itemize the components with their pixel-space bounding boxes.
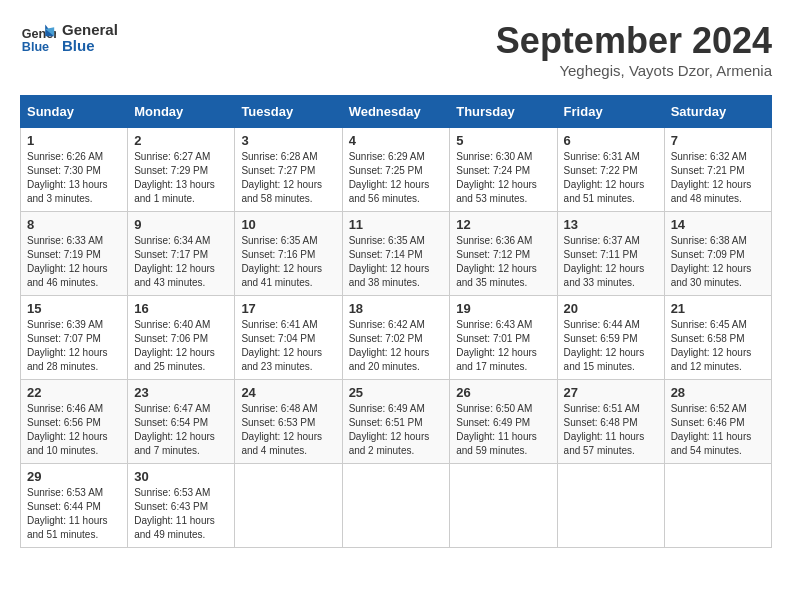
day-info: Sunrise: 6:51 AM Sunset: 6:48 PM Dayligh… bbox=[564, 402, 658, 458]
day-number: 21 bbox=[671, 301, 765, 316]
day-info: Sunrise: 6:47 AM Sunset: 6:54 PM Dayligh… bbox=[134, 402, 228, 458]
calendar-cell: 29Sunrise: 6:53 AM Sunset: 6:44 PM Dayli… bbox=[21, 464, 128, 548]
weekday-header: Monday bbox=[128, 96, 235, 128]
day-info: Sunrise: 6:32 AM Sunset: 7:21 PM Dayligh… bbox=[671, 150, 765, 206]
calendar-cell: 23Sunrise: 6:47 AM Sunset: 6:54 PM Dayli… bbox=[128, 380, 235, 464]
day-info: Sunrise: 6:35 AM Sunset: 7:14 PM Dayligh… bbox=[349, 234, 444, 290]
day-info: Sunrise: 6:28 AM Sunset: 7:27 PM Dayligh… bbox=[241, 150, 335, 206]
day-info: Sunrise: 6:48 AM Sunset: 6:53 PM Dayligh… bbox=[241, 402, 335, 458]
calendar-cell: 25Sunrise: 6:49 AM Sunset: 6:51 PM Dayli… bbox=[342, 380, 450, 464]
calendar-cell bbox=[450, 464, 557, 548]
calendar-cell: 11Sunrise: 6:35 AM Sunset: 7:14 PM Dayli… bbox=[342, 212, 450, 296]
calendar-body: 1Sunrise: 6:26 AM Sunset: 7:30 PM Daylig… bbox=[21, 128, 772, 548]
calendar-cell: 3Sunrise: 6:28 AM Sunset: 7:27 PM Daylig… bbox=[235, 128, 342, 212]
calendar-cell: 7Sunrise: 6:32 AM Sunset: 7:21 PM Daylig… bbox=[664, 128, 771, 212]
day-number: 20 bbox=[564, 301, 658, 316]
calendar-week-row: 29Sunrise: 6:53 AM Sunset: 6:44 PM Dayli… bbox=[21, 464, 772, 548]
day-number: 5 bbox=[456, 133, 550, 148]
weekday-header: Wednesday bbox=[342, 96, 450, 128]
calendar-cell: 24Sunrise: 6:48 AM Sunset: 6:53 PM Dayli… bbox=[235, 380, 342, 464]
day-number: 13 bbox=[564, 217, 658, 232]
calendar-cell: 18Sunrise: 6:42 AM Sunset: 7:02 PM Dayli… bbox=[342, 296, 450, 380]
day-number: 24 bbox=[241, 385, 335, 400]
day-info: Sunrise: 6:27 AM Sunset: 7:29 PM Dayligh… bbox=[134, 150, 228, 206]
weekday-header: Saturday bbox=[664, 96, 771, 128]
day-number: 11 bbox=[349, 217, 444, 232]
logo-line2: Blue bbox=[62, 38, 118, 55]
day-number: 29 bbox=[27, 469, 121, 484]
day-number: 4 bbox=[349, 133, 444, 148]
month-title: September 2024 bbox=[496, 20, 772, 62]
calendar-cell: 27Sunrise: 6:51 AM Sunset: 6:48 PM Dayli… bbox=[557, 380, 664, 464]
calendar-cell bbox=[235, 464, 342, 548]
calendar-cell bbox=[342, 464, 450, 548]
day-number: 1 bbox=[27, 133, 121, 148]
day-number: 23 bbox=[134, 385, 228, 400]
day-info: Sunrise: 6:40 AM Sunset: 7:06 PM Dayligh… bbox=[134, 318, 228, 374]
svg-text:Blue: Blue bbox=[22, 40, 49, 54]
day-number: 8 bbox=[27, 217, 121, 232]
header: General Blue General Blue September 2024… bbox=[20, 20, 772, 79]
calendar-cell: 5Sunrise: 6:30 AM Sunset: 7:24 PM Daylig… bbox=[450, 128, 557, 212]
title-area: September 2024 Yeghegis, Vayots Dzor, Ar… bbox=[496, 20, 772, 79]
day-number: 30 bbox=[134, 469, 228, 484]
day-number: 3 bbox=[241, 133, 335, 148]
day-number: 16 bbox=[134, 301, 228, 316]
day-info: Sunrise: 6:50 AM Sunset: 6:49 PM Dayligh… bbox=[456, 402, 550, 458]
day-number: 17 bbox=[241, 301, 335, 316]
calendar-cell bbox=[664, 464, 771, 548]
calendar-cell: 9Sunrise: 6:34 AM Sunset: 7:17 PM Daylig… bbox=[128, 212, 235, 296]
calendar-cell: 22Sunrise: 6:46 AM Sunset: 6:56 PM Dayli… bbox=[21, 380, 128, 464]
day-info: Sunrise: 6:45 AM Sunset: 6:58 PM Dayligh… bbox=[671, 318, 765, 374]
calendar-cell: 26Sunrise: 6:50 AM Sunset: 6:49 PM Dayli… bbox=[450, 380, 557, 464]
location-title: Yeghegis, Vayots Dzor, Armenia bbox=[496, 62, 772, 79]
day-info: Sunrise: 6:29 AM Sunset: 7:25 PM Dayligh… bbox=[349, 150, 444, 206]
calendar-cell: 12Sunrise: 6:36 AM Sunset: 7:12 PM Dayli… bbox=[450, 212, 557, 296]
day-number: 15 bbox=[27, 301, 121, 316]
day-info: Sunrise: 6:30 AM Sunset: 7:24 PM Dayligh… bbox=[456, 150, 550, 206]
calendar-cell: 6Sunrise: 6:31 AM Sunset: 7:22 PM Daylig… bbox=[557, 128, 664, 212]
day-info: Sunrise: 6:53 AM Sunset: 6:44 PM Dayligh… bbox=[27, 486, 121, 542]
calendar-cell: 28Sunrise: 6:52 AM Sunset: 6:46 PM Dayli… bbox=[664, 380, 771, 464]
day-info: Sunrise: 6:53 AM Sunset: 6:43 PM Dayligh… bbox=[134, 486, 228, 542]
calendar-cell: 21Sunrise: 6:45 AM Sunset: 6:58 PM Dayli… bbox=[664, 296, 771, 380]
day-info: Sunrise: 6:49 AM Sunset: 6:51 PM Dayligh… bbox=[349, 402, 444, 458]
calendar-cell: 20Sunrise: 6:44 AM Sunset: 6:59 PM Dayli… bbox=[557, 296, 664, 380]
weekday-header: Sunday bbox=[21, 96, 128, 128]
calendar-header-row: SundayMondayTuesdayWednesdayThursdayFrid… bbox=[21, 96, 772, 128]
day-info: Sunrise: 6:43 AM Sunset: 7:01 PM Dayligh… bbox=[456, 318, 550, 374]
calendar-cell: 1Sunrise: 6:26 AM Sunset: 7:30 PM Daylig… bbox=[21, 128, 128, 212]
day-info: Sunrise: 6:38 AM Sunset: 7:09 PM Dayligh… bbox=[671, 234, 765, 290]
calendar-cell: 17Sunrise: 6:41 AM Sunset: 7:04 PM Dayli… bbox=[235, 296, 342, 380]
day-number: 7 bbox=[671, 133, 765, 148]
calendar-cell: 2Sunrise: 6:27 AM Sunset: 7:29 PM Daylig… bbox=[128, 128, 235, 212]
day-number: 18 bbox=[349, 301, 444, 316]
day-number: 10 bbox=[241, 217, 335, 232]
day-number: 26 bbox=[456, 385, 550, 400]
day-info: Sunrise: 6:39 AM Sunset: 7:07 PM Dayligh… bbox=[27, 318, 121, 374]
day-number: 25 bbox=[349, 385, 444, 400]
day-info: Sunrise: 6:31 AM Sunset: 7:22 PM Dayligh… bbox=[564, 150, 658, 206]
calendar-cell: 10Sunrise: 6:35 AM Sunset: 7:16 PM Dayli… bbox=[235, 212, 342, 296]
day-number: 28 bbox=[671, 385, 765, 400]
calendar-cell: 16Sunrise: 6:40 AM Sunset: 7:06 PM Dayli… bbox=[128, 296, 235, 380]
weekday-header: Friday bbox=[557, 96, 664, 128]
day-number: 9 bbox=[134, 217, 228, 232]
calendar-cell: 8Sunrise: 6:33 AM Sunset: 7:19 PM Daylig… bbox=[21, 212, 128, 296]
calendar-week-row: 8Sunrise: 6:33 AM Sunset: 7:19 PM Daylig… bbox=[21, 212, 772, 296]
day-info: Sunrise: 6:36 AM Sunset: 7:12 PM Dayligh… bbox=[456, 234, 550, 290]
day-info: Sunrise: 6:46 AM Sunset: 6:56 PM Dayligh… bbox=[27, 402, 121, 458]
logo-line1: General bbox=[62, 22, 118, 39]
day-info: Sunrise: 6:33 AM Sunset: 7:19 PM Dayligh… bbox=[27, 234, 121, 290]
weekday-header: Thursday bbox=[450, 96, 557, 128]
day-info: Sunrise: 6:26 AM Sunset: 7:30 PM Dayligh… bbox=[27, 150, 121, 206]
day-info: Sunrise: 6:44 AM Sunset: 6:59 PM Dayligh… bbox=[564, 318, 658, 374]
day-number: 12 bbox=[456, 217, 550, 232]
day-info: Sunrise: 6:35 AM Sunset: 7:16 PM Dayligh… bbox=[241, 234, 335, 290]
calendar-week-row: 1Sunrise: 6:26 AM Sunset: 7:30 PM Daylig… bbox=[21, 128, 772, 212]
calendar-week-row: 15Sunrise: 6:39 AM Sunset: 7:07 PM Dayli… bbox=[21, 296, 772, 380]
day-number: 19 bbox=[456, 301, 550, 316]
calendar-cell: 4Sunrise: 6:29 AM Sunset: 7:25 PM Daylig… bbox=[342, 128, 450, 212]
calendar-cell: 15Sunrise: 6:39 AM Sunset: 7:07 PM Dayli… bbox=[21, 296, 128, 380]
logo-icon: General Blue bbox=[20, 20, 56, 56]
